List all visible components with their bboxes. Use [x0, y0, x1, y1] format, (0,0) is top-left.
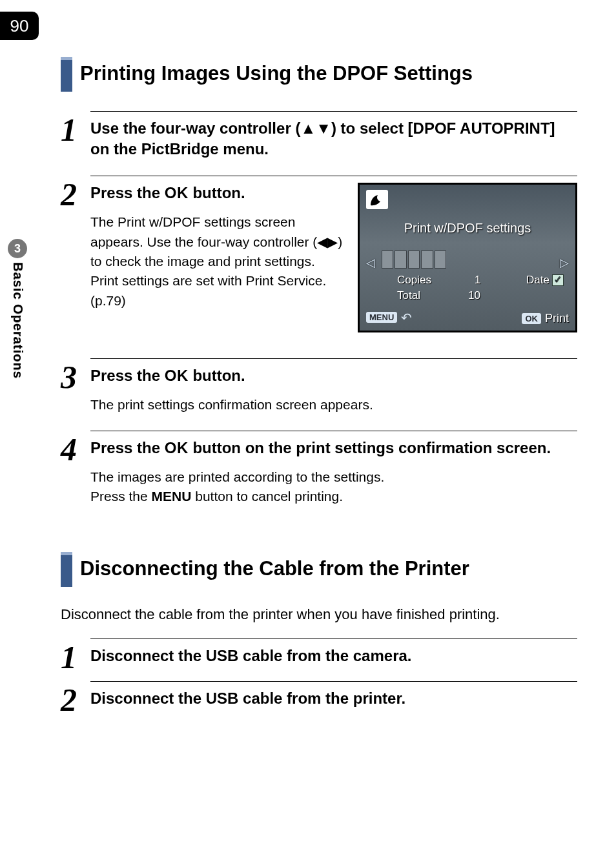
text: Press the	[90, 489, 152, 504]
step-number: 2	[61, 176, 90, 332]
step-title: Press the OK button.	[90, 183, 346, 203]
lcd-right-arrow-icon: ▷	[560, 256, 569, 270]
ok-glyph: OK	[165, 184, 189, 201]
lcd-total-value: 10	[468, 289, 480, 302]
lcd-total-label: Total	[397, 289, 420, 302]
side-chapter-label: 3 Basic Operations	[8, 239, 27, 379]
text: button on the print settings confirmatio…	[189, 439, 551, 456]
step-number: 1	[61, 638, 90, 673]
lcd-left-arrow-icon: ◁	[366, 256, 375, 270]
section-intro: Disconnect the cable from the printer wh…	[61, 606, 577, 623]
lcd-thumbnails	[382, 250, 446, 269]
step-description: The print settings confirmation screen a…	[90, 395, 577, 414]
lcd-date-label: Date	[526, 274, 564, 287]
step-number: 1	[61, 111, 90, 160]
text: Use the four-way controller (	[90, 119, 300, 137]
step-number: 2	[61, 681, 90, 716]
text: Press the	[90, 439, 165, 456]
text: Press the	[90, 184, 165, 201]
step-description: The Print w/DPOF settings screen appears…	[90, 212, 346, 311]
step-title: Disconnect the USB cable from the printe…	[90, 688, 577, 709]
lcd-copies-label: Copies	[397, 274, 431, 287]
step: 1 Disconnect the USB cable from the came…	[61, 638, 577, 673]
text: Date	[526, 274, 549, 286]
chapter-number: 3	[14, 242, 21, 256]
section-title-2: Disconnecting the Cable from the Printer	[80, 552, 577, 587]
step-number: 4	[61, 431, 90, 507]
ok-glyph: OK	[165, 367, 189, 384]
lcd-title: Print w/DPOF settings	[360, 221, 575, 236]
pictbridge-icon	[366, 190, 388, 209]
step-description: The images are printed according to the …	[90, 467, 577, 507]
chapter-number-badge: 3	[8, 239, 27, 258]
up-down-glyph: ▲▼	[300, 119, 331, 137]
step-number: 3	[61, 358, 90, 415]
step: 2 Disconnect the USB cable from the prin…	[61, 681, 577, 716]
heading-accent-bar	[61, 57, 72, 92]
chapter-title: Basic Operations	[10, 262, 25, 379]
text: button to cancel printing.	[191, 489, 343, 504]
ok-glyph: OK	[165, 439, 189, 456]
page-number-tab: 90	[0, 12, 39, 40]
step-title: Press the OK button on the print setting…	[90, 438, 577, 458]
text: The images are printed according to the …	[90, 467, 577, 487]
ok-action-text: Print	[545, 312, 569, 325]
ok-tag: OK	[522, 313, 541, 324]
left-right-glyph: ◀▶	[317, 234, 338, 249]
menu-tag: MENU	[366, 312, 397, 323]
text: The Print w/DPOF settings screen appears…	[90, 214, 317, 249]
menu-label: MENU	[152, 489, 192, 504]
text: button.	[189, 184, 245, 201]
page-number: 90	[10, 16, 29, 36]
section-heading-1: Printing Images Using the DPOF Settings	[61, 57, 577, 92]
heading-accent-bar	[61, 552, 72, 587]
checkbox-checked-icon	[552, 274, 564, 286]
step-title: Disconnect the USB cable from the camera…	[90, 646, 577, 666]
step-title: Use the four-way controller (▲▼) to sele…	[90, 118, 577, 160]
text: Press the	[90, 367, 165, 384]
step: 4 Press the OK button on the print setti…	[61, 431, 577, 507]
step: 1 Use the four-way controller (▲▼) to se…	[61, 111, 577, 160]
lcd-copies-value: 1	[475, 274, 480, 287]
return-icon: ↶	[401, 310, 412, 325]
text-line: Press the MENU button to cancel printing…	[90, 487, 577, 506]
step: 3 Press the OK button. The print setting…	[61, 358, 577, 415]
section-heading-2: Disconnecting the Cable from the Printer	[61, 552, 577, 587]
lcd-ok-indicator: OK Print	[522, 312, 569, 325]
lcd-screenshot: Print w/DPOF settings ◁ ▷ Copies 1 Date …	[358, 183, 577, 332]
lcd-menu-indicator: MENU ↶	[366, 310, 412, 325]
text: button.	[189, 367, 245, 384]
section-title-1: Printing Images Using the DPOF Settings	[80, 57, 577, 92]
step: 2 Press the OK button. The Print w/DPOF …	[61, 176, 577, 332]
step-title: Press the OK button.	[90, 365, 577, 386]
